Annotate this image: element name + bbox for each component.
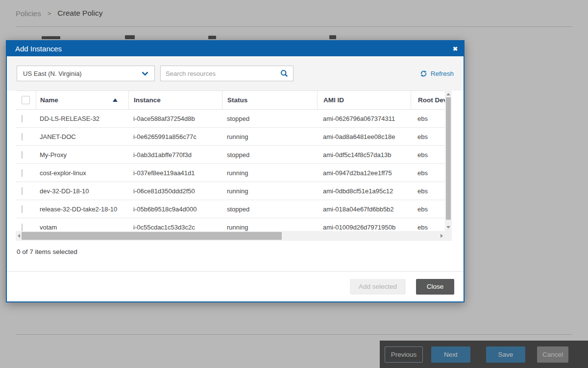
refresh-button[interactable]: Refresh bbox=[420, 70, 454, 77]
table-row[interactable]: cost-explor-linux i-037ef8ee119aa41d1 ru… bbox=[16, 164, 445, 182]
root-device: ebs bbox=[411, 133, 445, 140]
column-header-root-device[interactable]: Root Device bbox=[411, 91, 445, 109]
modal-footer: Add selected Close bbox=[7, 271, 464, 301]
refresh-label: Refresh bbox=[431, 70, 454, 77]
scroll-up-icon[interactable] bbox=[446, 93, 450, 95]
table-row[interactable]: dev-32-DD-18-10 i-06ce81d350ddd2f50 runn… bbox=[16, 182, 445, 200]
row-checkbox[interactable] bbox=[22, 115, 23, 122]
instance-status: stopped bbox=[222, 115, 317, 122]
instance-name: cost-explor-linux bbox=[36, 169, 128, 177]
instance-name: release-32-DD-take2-18-10 bbox=[36, 206, 128, 213]
select-all-checkbox[interactable] bbox=[22, 96, 30, 104]
sort-ascending-icon bbox=[113, 98, 118, 102]
table-row[interactable]: JANET-DOC i-0e6265991a856c77c running am… bbox=[16, 128, 445, 146]
instance-id: i-05b6b9518c9a4d000 bbox=[128, 206, 222, 213]
vertical-scrollbar-thumb[interactable] bbox=[446, 97, 451, 220]
instance-id: i-0e6265991a856c77c bbox=[128, 133, 222, 140]
ami-id: ami-0ad8a6481ee08c18e bbox=[317, 133, 411, 140]
root-device: ebs bbox=[411, 187, 445, 195]
row-checkbox[interactable] bbox=[22, 169, 23, 177]
instance-status: running bbox=[222, 187, 317, 195]
table-row[interactable]: release-32-DD-take2-18-10 i-05b6b9518c9a… bbox=[16, 200, 445, 218]
root-device: ebs bbox=[411, 224, 445, 231]
ami-id: ami-0947d2ba12ee1ff75 bbox=[317, 169, 411, 177]
search-icon[interactable] bbox=[280, 69, 288, 77]
ami-id: ami-01009d26d7971950b bbox=[317, 224, 411, 231]
instance-status: running bbox=[222, 133, 317, 140]
resources-table: Name Instance Status AMI ID Root Device bbox=[16, 91, 452, 241]
table-row[interactable]: votam i-0c55cdac1c53d3c2c running ami-01… bbox=[16, 218, 445, 231]
ami-id: ami-0df5c14f8c57da13b bbox=[317, 151, 411, 159]
ami-id: ami-0626796a067374311 bbox=[317, 115, 411, 122]
root-device: ebs bbox=[411, 115, 445, 122]
instance-status: running bbox=[222, 224, 317, 231]
instance-id: i-0c55cdac1c53d3c2c bbox=[128, 224, 222, 231]
root-device: ebs bbox=[411, 151, 445, 159]
instance-id: i-06ce81d350ddd2f50 bbox=[128, 187, 222, 195]
instance-name: JANET-DOC bbox=[36, 133, 128, 140]
add-selected-button[interactable]: Add selected bbox=[350, 279, 406, 295]
instance-name: DD-LS-RELEASE-32 bbox=[36, 115, 128, 122]
instance-status: stopped bbox=[222, 206, 317, 213]
modal-toolbar: US East (N. Virginia) bbox=[7, 56, 464, 91]
root-device: ebs bbox=[411, 169, 445, 177]
scroll-left-icon[interactable] bbox=[18, 234, 20, 238]
add-instances-modal: Add Instances ✖ US East (N. Virginia) bbox=[6, 40, 465, 302]
region-dropdown-value: US East (N. Virginia) bbox=[23, 70, 82, 77]
search-input[interactable] bbox=[166, 70, 280, 77]
instance-id: i-037ef8ee119aa41d1 bbox=[128, 169, 222, 177]
column-header-instance[interactable]: Instance bbox=[128, 91, 222, 109]
refresh-icon bbox=[420, 70, 427, 77]
column-header-ami-id[interactable]: AMI ID bbox=[317, 91, 411, 109]
close-button[interactable]: Close bbox=[416, 279, 454, 295]
modal-title: Add Instances bbox=[15, 45, 62, 53]
instance-status: stopped bbox=[222, 151, 317, 159]
modal-header: Add Instances ✖ bbox=[7, 41, 464, 56]
scroll-right-icon[interactable] bbox=[441, 234, 443, 238]
table-header-row: Name Instance Status AMI ID Root Device bbox=[16, 91, 445, 110]
selection-summary: 0 of 7 items selected bbox=[17, 248, 464, 255]
instance-name: My-Proxy bbox=[36, 151, 128, 159]
root-device: ebs bbox=[411, 206, 445, 213]
table-row[interactable]: My-Proxy i-0ab3d1abffe770f3d stopped ami… bbox=[16, 146, 445, 164]
scrollbar-corner bbox=[445, 231, 452, 241]
horizontal-scrollbar[interactable] bbox=[16, 231, 445, 241]
table-body: DD-LS-RELEASE-32 i-0ace588af37254d8b sto… bbox=[16, 110, 445, 231]
chevron-down-icon bbox=[142, 71, 148, 76]
ami-id: ami-0dbd8cf51e1a95c12 bbox=[317, 187, 411, 195]
row-checkbox[interactable] bbox=[22, 133, 23, 140]
search-box bbox=[160, 66, 294, 81]
column-header-status[interactable]: Status bbox=[222, 91, 317, 109]
instance-name: dev-32-DD-18-10 bbox=[36, 187, 128, 195]
row-checkbox[interactable] bbox=[22, 151, 23, 159]
vertical-scrollbar[interactable] bbox=[445, 91, 452, 231]
row-checkbox[interactable] bbox=[22, 187, 23, 195]
horizontal-scrollbar-thumb[interactable] bbox=[22, 232, 282, 240]
table-row[interactable]: DD-LS-RELEASE-32 i-0ace588af37254d8b sto… bbox=[16, 110, 445, 128]
close-icon[interactable]: ✖ bbox=[453, 46, 458, 52]
region-dropdown[interactable]: US East (N. Virginia) bbox=[17, 66, 155, 81]
column-header-name[interactable]: Name bbox=[36, 91, 128, 109]
instance-name: votam bbox=[36, 224, 128, 231]
instance-id: i-0ab3d1abffe770f3d bbox=[128, 151, 222, 159]
ami-id: ami-018a04e67fd6bb5b2 bbox=[317, 206, 411, 213]
scroll-down-icon[interactable] bbox=[446, 226, 450, 229]
row-checkbox[interactable] bbox=[22, 224, 23, 231]
row-checkbox[interactable] bbox=[22, 206, 23, 213]
instance-status: running bbox=[222, 169, 317, 177]
instance-id: i-0ace588af37254d8b bbox=[128, 115, 222, 122]
